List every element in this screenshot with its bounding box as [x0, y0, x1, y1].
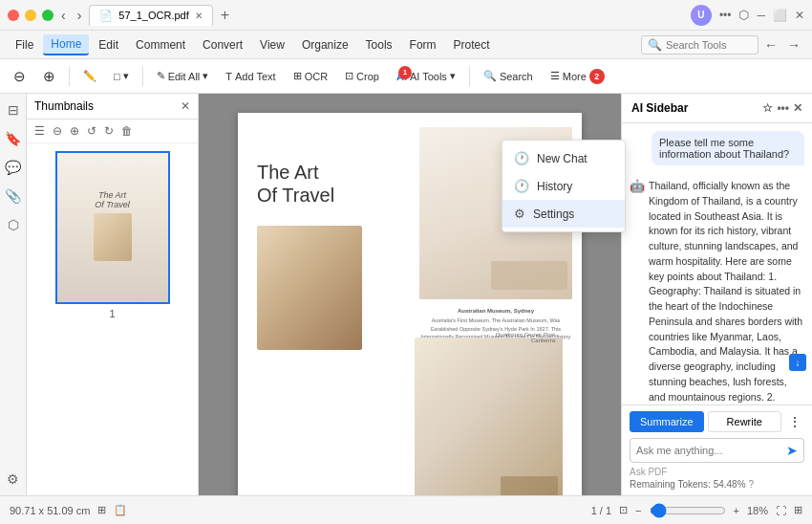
ai-bot-message: Thailand, officially known as the Kingdo… — [649, 179, 804, 404]
zoom-out-status-icon[interactable]: − — [635, 505, 641, 516]
split-view-icon[interactable]: ⊞ — [794, 504, 802, 516]
search-tools-icon: 🔍 — [648, 38, 662, 52]
nav-back-button[interactable]: ‹ — [57, 6, 70, 25]
more-button[interactable]: ☰ More 2 — [545, 66, 610, 87]
back-btn[interactable]: ← — [760, 35, 781, 55]
page-info: 1 / 1 — [591, 505, 611, 516]
scroll-to-bottom-button[interactable]: ↓ — [789, 354, 806, 371]
settings-sidebar-icon[interactable]: ⚙ — [4, 469, 22, 490]
search-tools-input[interactable] — [666, 39, 752, 51]
ai-tab-row: Summarize Rewrite ⋮ — [630, 411, 804, 432]
menu-form[interactable]: Form — [402, 35, 444, 55]
zoom-level: 18% — [747, 505, 768, 516]
shapes-button[interactable]: □ ▾ — [108, 67, 135, 85]
crop-button[interactable]: ⊡ Crop — [339, 67, 385, 85]
menu-tools[interactable]: Tools — [358, 35, 400, 55]
pdf-left-image — [257, 226, 362, 350]
zoom-in-status-icon[interactable]: + — [734, 505, 739, 516]
layers-icon[interactable]: ⬡ — [5, 214, 22, 235]
rewrite-tab[interactable]: Rewrite — [708, 411, 782, 432]
thumb-zoom-out-icon[interactable]: ⊖ — [51, 123, 64, 139]
ai-star-icon[interactable]: ☆ — [762, 101, 773, 115]
dropdown-history[interactable]: 🕐 History — [502, 172, 625, 200]
menu-protect[interactable]: Protect — [446, 35, 498, 55]
status-icon-2[interactable]: 📋 — [114, 504, 127, 516]
search-button[interactable]: 🔍 Search — [478, 67, 539, 85]
highlight-icon: ✏️ — [83, 70, 96, 82]
settings-label: Settings — [533, 207, 574, 221]
window-close-icon[interactable]: ✕ — [795, 9, 804, 22]
external-link-icon[interactable]: ⬡ — [738, 8, 749, 22]
status-left: 90.71 x 51.09 cm ⊞ 📋 — [10, 504, 127, 516]
menu-view[interactable]: View — [252, 35, 292, 55]
ai-send-button[interactable]: ➤ — [786, 443, 798, 458]
thumb-rotate-right-icon[interactable]: ↻ — [102, 123, 116, 139]
toolbar: ⊖ ⊕ ✏️ □ ▾ ✎ Edit All ▾ T Add Text ⊞ OCR… — [0, 59, 812, 94]
page-thumbnail-1[interactable]: The Art Of Travel — [55, 151, 170, 304]
summarize-tab[interactable]: Summarize — [630, 411, 704, 432]
tab-close-icon[interactable]: ✕ — [195, 11, 203, 21]
search-icon: 🔍 — [483, 70, 497, 82]
home-sidebar-icon[interactable]: ⊟ — [5, 99, 22, 120]
pdf-caption: Quattrnom,Gruner Post Canberra — [496, 332, 555, 343]
tab-more-icon[interactable]: ⋮ — [785, 411, 804, 432]
dropdown-settings[interactable]: ⚙ Settings — [502, 200, 625, 228]
edit-all-label: Edit All — [168, 71, 201, 82]
thumb-zoom-in-icon[interactable]: ⊕ — [68, 123, 81, 139]
close-button[interactable] — [8, 10, 19, 21]
zoom-in-button[interactable]: ⊕ — [37, 65, 61, 88]
ai-dropdown-menu: 🕐 New Chat 🕐 History ⚙ Settings — [502, 140, 626, 232]
menu-home[interactable]: Home — [43, 34, 89, 55]
status-icon-1[interactable]: ⊞ — [97, 504, 106, 516]
add-text-icon: T — [225, 71, 232, 82]
ai-options-icon[interactable]: ••• — [777, 101, 789, 115]
menu-convert[interactable]: Convert — [195, 35, 250, 55]
restore-button[interactable] — [42, 10, 53, 21]
zoom-slider[interactable] — [650, 503, 726, 518]
thumb-menu-icon[interactable]: ☰ — [32, 123, 47, 139]
more-dots-icon[interactable]: ••• — [719, 9, 732, 22]
thumb-rotate-left-icon[interactable]: ↺ — [85, 123, 98, 139]
dropdown-new-chat[interactable]: 🕐 New Chat — [502, 144, 625, 172]
fullscreen-icon[interactable]: ⛶ — [776, 505, 786, 516]
thumb-delete-icon[interactable]: 🗑 — [119, 123, 135, 139]
ai-close-icon[interactable]: ✕ — [793, 101, 802, 115]
more-badge: 2 — [589, 69, 605, 84]
menu-organize[interactable]: Organize — [294, 35, 356, 55]
minimize-button[interactable] — [25, 10, 36, 21]
ai-tools-button[interactable]: AI 1 AI Tools ▾ — [391, 67, 461, 85]
title-bar-right: U ••• ⬡ ─ ⬜ ✕ — [691, 5, 804, 26]
main-layout: ⊟ 🔖 💬 📎 ⬡ ⚙ Thumbnails ✕ ☰ ⊖ ⊕ ↺ ↻ 🗑 The… — [0, 94, 812, 495]
comment-sidebar-icon[interactable]: 💬 — [2, 157, 24, 178]
thumbnail-close-icon[interactable]: ✕ — [181, 99, 190, 113]
window-controls — [8, 10, 53, 21]
ai-bottom-panel: Summarize Rewrite ⋮ ➤ Ask PDF Remaining … — [622, 404, 812, 495]
thumbnail-header: Thumbnails ✕ — [27, 94, 198, 120]
attachment-icon[interactable]: 📎 — [2, 186, 24, 207]
nav-forward-button[interactable]: › — [74, 6, 86, 25]
window-restore-icon[interactable]: ⬜ — [773, 9, 787, 22]
fit-page-icon[interactable]: ⊡ — [619, 504, 628, 516]
crop-label: Crop — [356, 71, 379, 82]
tokens-help-icon[interactable]: ? — [749, 479, 755, 490]
forward-btn[interactable]: → — [783, 35, 804, 55]
zoom-out-button[interactable]: ⊖ — [8, 65, 32, 88]
add-text-button[interactable]: T Add Text — [220, 68, 281, 85]
pdf-tab[interactable]: 📄 57_1_OCR.pdf ✕ — [89, 5, 212, 26]
ai-user-message-wrap: Please tell me some information about Th… — [630, 131, 804, 173]
menu-comment[interactable]: Comment — [128, 35, 193, 55]
highlight-button[interactable]: ✏️ — [77, 67, 102, 85]
ocr-button[interactable]: ⊞ OCR — [288, 67, 333, 85]
ai-user-message: Please tell me some information about Th… — [652, 131, 804, 165]
ai-chat-input[interactable] — [636, 445, 782, 456]
menu-edit[interactable]: Edit — [91, 35, 126, 55]
menu-file[interactable]: File — [8, 35, 41, 55]
window-minimize-icon[interactable]: ─ — [757, 9, 765, 22]
pdf-title-block: The Art Of Travel — [257, 161, 400, 207]
bookmark-icon[interactable]: 🔖 — [2, 128, 24, 149]
search-tools-box[interactable]: 🔍 — [641, 35, 759, 55]
edit-all-button[interactable]: ✎ Edit All ▾ — [151, 67, 215, 85]
new-tab-button[interactable]: + — [217, 7, 233, 24]
left-sidebar-icons: ⊟ 🔖 💬 📎 ⬡ ⚙ — [0, 94, 27, 495]
toolbar-sep-2 — [142, 67, 143, 86]
